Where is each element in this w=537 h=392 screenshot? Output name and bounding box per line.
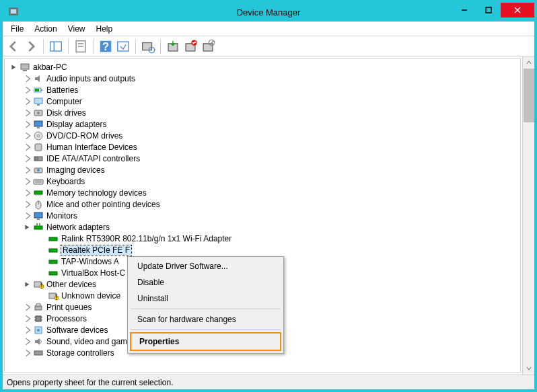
collapse-icon[interactable] bbox=[24, 280, 32, 288]
svg-rect-46 bbox=[34, 191, 42, 194]
expand-icon[interactable] bbox=[24, 166, 32, 174]
expand-icon[interactable] bbox=[24, 212, 32, 220]
window-title: Device Manager bbox=[237, 7, 301, 17]
action-toolbar-button[interactable] bbox=[115, 38, 131, 54]
tree-node[interactable]: Memory technology devices bbox=[9, 187, 520, 198]
ctx-scan-hardware[interactable]: Scan for hardware changes bbox=[129, 311, 282, 327]
window-controls bbox=[452, 3, 534, 17]
help-toolbar-button[interactable]: ? bbox=[98, 38, 114, 54]
expand-icon[interactable] bbox=[24, 189, 32, 197]
sound-icon bbox=[33, 336, 44, 347]
software-icon bbox=[33, 325, 44, 336]
tree-node[interactable]: Audio inputs and outputs bbox=[9, 73, 520, 84]
expand-icon[interactable] bbox=[24, 120, 32, 128]
expand-icon[interactable] bbox=[24, 86, 32, 94]
svg-rect-53 bbox=[37, 219, 40, 220]
hid-icon bbox=[33, 142, 44, 153]
expand-icon[interactable] bbox=[24, 200, 32, 208]
ctx-disable[interactable]: Disable bbox=[129, 274, 282, 290]
toolbar-separator bbox=[135, 39, 136, 54]
computer-icon bbox=[33, 96, 44, 107]
titlebar[interactable]: Device Manager bbox=[3, 3, 534, 22]
expand-icon[interactable] bbox=[24, 143, 32, 151]
tree-node[interactable]: Human Interface Devices bbox=[9, 141, 520, 153]
tree-node[interactable]: Computer bbox=[9, 95, 520, 107]
disable-toolbar-button[interactable] bbox=[200, 38, 216, 54]
toolbar-separator bbox=[93, 39, 94, 54]
expand-icon[interactable] bbox=[24, 338, 32, 346]
ctx-update-driver[interactable]: Update Driver Software... bbox=[129, 258, 282, 274]
tree-node[interactable]: Imaging devices bbox=[9, 164, 520, 175]
svg-text:!: ! bbox=[55, 292, 57, 301]
svg-rect-57 bbox=[49, 237, 57, 241]
svg-rect-24 bbox=[21, 64, 29, 69]
memory-icon bbox=[33, 188, 44, 198]
statusbar-text: Opens property sheet for the current sel… bbox=[7, 378, 173, 387]
tree-node[interactable]: Disk drives bbox=[9, 107, 520, 118]
tree-node[interactable]: Batteries bbox=[9, 84, 520, 95]
tree-node[interactable]: DVD/CD-ROM drives bbox=[9, 130, 520, 141]
forward-button[interactable] bbox=[23, 38, 39, 54]
tree-node[interactable]: Mice and other pointing devices bbox=[9, 198, 520, 210]
tree-node[interactable]: Monitors bbox=[9, 210, 520, 221]
imaging-icon bbox=[33, 165, 44, 175]
tree-node[interactable]: Keyboards bbox=[9, 175, 520, 187]
svg-rect-6 bbox=[50, 42, 62, 51]
scroll-thumb[interactable] bbox=[524, 69, 534, 122]
expand-icon[interactable] bbox=[24, 315, 32, 323]
network-adapter-icon bbox=[48, 256, 59, 267]
ctx-uninstall[interactable]: Uninstall bbox=[129, 290, 282, 307]
minimize-button[interactable] bbox=[452, 3, 476, 17]
ctx-separator bbox=[131, 329, 281, 330]
svg-rect-67 bbox=[35, 306, 42, 310]
svg-rect-33 bbox=[34, 121, 42, 126]
collapse-icon[interactable] bbox=[10, 63, 18, 71]
svg-rect-59 bbox=[49, 260, 57, 264]
menu-view[interactable]: View bbox=[63, 23, 91, 35]
expand-icon[interactable] bbox=[24, 75, 32, 83]
back-button[interactable] bbox=[5, 38, 22, 54]
expand-icon[interactable] bbox=[24, 303, 32, 311]
menu-file[interactable]: File bbox=[5, 23, 29, 35]
expand-icon[interactable] bbox=[24, 155, 32, 163]
menu-action[interactable]: Action bbox=[29, 23, 62, 35]
tree-leaf-selected[interactable]: Realtek PCIe FE F bbox=[9, 244, 520, 256]
svg-rect-34 bbox=[37, 127, 40, 128]
expand-icon[interactable] bbox=[24, 132, 32, 140]
expand-icon[interactable] bbox=[24, 109, 32, 117]
scan-hardware-button[interactable] bbox=[140, 38, 156, 54]
toolbar-separator bbox=[68, 39, 69, 54]
context-menu: Update Driver Software... Disable Uninst… bbox=[127, 256, 284, 354]
svg-rect-1 bbox=[11, 9, 16, 13]
expand-icon[interactable] bbox=[24, 178, 32, 186]
tree-root[interactable]: akbar-PC bbox=[9, 61, 520, 73]
svg-rect-3 bbox=[486, 7, 491, 13]
ctx-properties[interactable]: Properties bbox=[130, 332, 281, 351]
collapse-icon[interactable] bbox=[24, 223, 32, 231]
expand-icon[interactable] bbox=[24, 349, 32, 357]
update-driver-toolbar-button[interactable] bbox=[165, 38, 181, 54]
svg-rect-58 bbox=[49, 249, 57, 252]
disk-icon bbox=[33, 108, 44, 118]
toolbar: ? bbox=[3, 36, 534, 56]
expand-icon[interactable] bbox=[24, 97, 32, 106]
display-icon bbox=[33, 119, 44, 130]
close-button[interactable] bbox=[501, 3, 534, 17]
svg-point-32 bbox=[37, 112, 40, 114]
tree-node[interactable]: Display adapters bbox=[9, 118, 520, 130]
tree-node-network[interactable]: Network adapters bbox=[9, 221, 520, 233]
scroll-down-button[interactable] bbox=[523, 362, 534, 375]
properties-toolbar-button[interactable] bbox=[73, 38, 89, 54]
monitor-icon bbox=[33, 210, 44, 221]
menu-help[interactable]: Help bbox=[91, 23, 118, 35]
vertical-scrollbar[interactable] bbox=[522, 56, 534, 375]
uninstall-toolbar-button[interactable] bbox=[182, 38, 199, 54]
print-icon bbox=[33, 302, 44, 313]
scroll-up-button[interactable] bbox=[523, 56, 534, 69]
tree-leaf[interactable]: Ralink RT5390R 802.11b/g/n 1x1 Wi-Fi Ada… bbox=[9, 233, 520, 244]
maximize-button[interactable] bbox=[476, 3, 501, 17]
dvd-icon bbox=[33, 130, 44, 141]
show-hide-console-button[interactable] bbox=[48, 38, 64, 54]
expand-icon[interactable] bbox=[24, 326, 32, 334]
tree-node[interactable]: IDE ATA/ATAPI controllers bbox=[9, 153, 520, 164]
